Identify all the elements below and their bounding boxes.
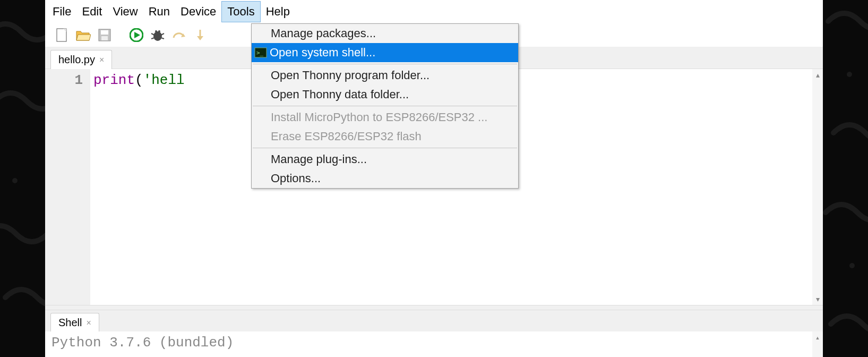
- menu-file[interactable]: File: [47, 2, 76, 22]
- menu-item-label: Erase ESP8266/ESP32 flash: [271, 130, 422, 143]
- terminal-icon: >_: [254, 47, 268, 58]
- tools-menu-item[interactable]: Open Thonny program folder...: [252, 66, 518, 85]
- menu-separator: [253, 106, 517, 106]
- svg-point-0: [12, 178, 18, 183]
- code-token-func: print: [93, 72, 135, 88]
- menu-separator: [253, 64, 517, 64]
- save-icon[interactable]: [97, 28, 112, 42]
- new-file-icon[interactable]: [55, 28, 70, 42]
- svg-rect-9: [101, 36, 108, 40]
- tools-menu-item[interactable]: Manage packages...: [252, 24, 518, 43]
- svg-marker-21: [197, 36, 203, 40]
- run-icon[interactable]: [129, 28, 144, 42]
- scroll-up-icon[interactable]: ▴: [815, 333, 820, 342]
- tools-menu-item[interactable]: Open Thonny data folder...: [252, 85, 518, 104]
- svg-rect-8: [101, 30, 108, 35]
- svg-point-12: [153, 31, 162, 41]
- pane-separator[interactable]: [45, 305, 823, 310]
- tools-menu-item[interactable]: Manage plug-ins...: [252, 150, 518, 169]
- shell-tabs: Shell ×: [45, 310, 823, 332]
- menu-item-label: Install MicroPython to ESP8266/ESP32 ...: [271, 110, 487, 124]
- tools-menu-item[interactable]: Options...: [252, 169, 518, 188]
- scroll-up-icon[interactable]: ▴: [816, 71, 820, 79]
- shell-output[interactable]: Python 3.7.6 (bundled) ▴: [45, 332, 823, 357]
- tools-menu-item: Erase ESP8266/ESP32 flash: [252, 127, 518, 146]
- tools-menu-item: Install MicroPython to ESP8266/ESP32 ...: [252, 108, 518, 127]
- svg-text:>_: >_: [256, 49, 264, 56]
- svg-point-17: [155, 30, 157, 32]
- close-icon[interactable]: ×: [86, 318, 91, 328]
- menu-tools[interactable]: Tools: [221, 1, 260, 22]
- line-gutter: 1: [45, 69, 90, 305]
- tools-menu-dropdown: Manage packages...>_Open system shell...…: [251, 23, 519, 189]
- menu-item-label: Open Thonny program folder...: [271, 69, 429, 82]
- menu-device[interactable]: Device: [175, 2, 221, 22]
- shell-scrollbar[interactable]: ▴: [812, 332, 823, 357]
- scroll-down-icon[interactable]: ▾: [816, 295, 820, 303]
- shell-banner: Python 3.7.6 (bundled): [51, 335, 234, 351]
- shell-tab-label: Shell: [58, 317, 82, 329]
- thonny-window: FileEditViewRunDeviceToolsHelp hello.py …: [45, 0, 823, 357]
- menu-help[interactable]: Help: [261, 2, 295, 22]
- menu-item-label: Manage plug-ins...: [271, 152, 367, 166]
- svg-marker-6: [76, 35, 91, 40]
- menu-run[interactable]: Run: [143, 2, 175, 22]
- editor-scrollbar[interactable]: ▴ ▾: [812, 69, 823, 305]
- svg-point-2: [849, 263, 855, 268]
- shell-tab[interactable]: Shell ×: [50, 313, 99, 332]
- menu-view[interactable]: View: [107, 2, 143, 22]
- editor-tab-hello[interactable]: hello.py ×: [50, 50, 112, 69]
- svg-rect-3: [57, 29, 66, 41]
- code-token-string: 'hell: [143, 72, 185, 88]
- menu-item-label: Options...: [271, 172, 321, 185]
- svg-line-16: [161, 38, 164, 39]
- menu-item-label: Open system shell...: [270, 46, 375, 60]
- step-over-icon[interactable]: [171, 28, 186, 42]
- tools-menu-item[interactable]: >_Open system shell...: [252, 43, 518, 62]
- svg-point-18: [158, 30, 160, 32]
- editor-tab-label: hello.py: [58, 54, 95, 66]
- menu-item-label: Open Thonny data folder...: [271, 88, 409, 101]
- step-into-icon[interactable]: [193, 28, 208, 42]
- menu-edit[interactable]: Edit: [76, 2, 107, 22]
- open-file-icon[interactable]: [76, 28, 91, 42]
- svg-point-1: [847, 72, 852, 77]
- line-number: 1: [45, 72, 83, 88]
- menu-separator: [253, 148, 517, 148]
- menu-item-label: Manage packages...: [271, 27, 376, 40]
- svg-line-15: [151, 38, 154, 39]
- code-token-paren: (: [135, 72, 143, 88]
- close-icon[interactable]: ×: [99, 55, 104, 65]
- menubar: FileEditViewRunDeviceToolsHelp: [45, 0, 823, 23]
- debug-icon[interactable]: [150, 28, 165, 42]
